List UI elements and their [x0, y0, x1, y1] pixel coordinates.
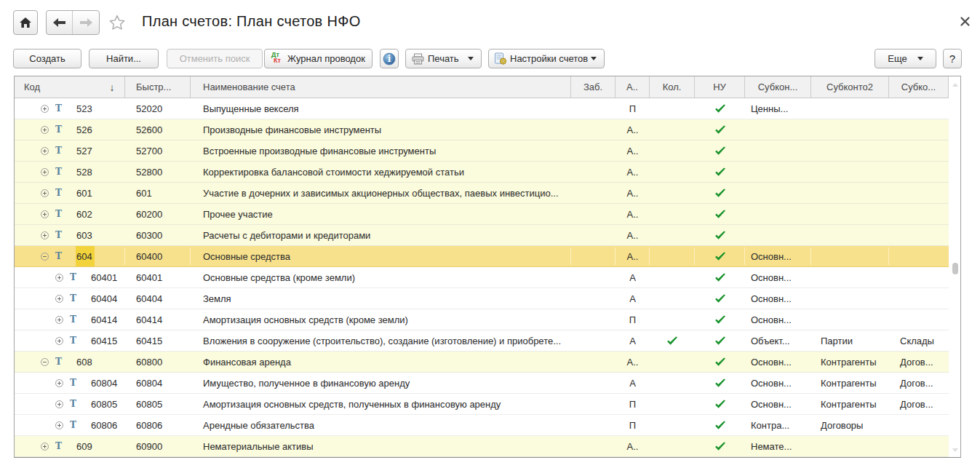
- expand-node-icon[interactable]: [41, 126, 49, 134]
- table-row-604[interactable]: Т60460400Основные средстваА..Основн...: [15, 246, 949, 267]
- accounts-table: КодБыстр...Наименование счетаЗаб.А..Кол.…: [14, 76, 961, 458]
- scroll-up-arrow-icon[interactable]: [952, 83, 958, 87]
- cell-subconto2-text: Контрагенты: [821, 357, 877, 368]
- expand-node-icon[interactable]: [55, 379, 63, 387]
- account-type-icon: Т: [55, 210, 63, 218]
- table-row-60404[interactable]: Т6040460404ЗемляАОсновн...: [15, 288, 949, 309]
- expand-node-icon[interactable]: [41, 189, 49, 197]
- expand-node-icon[interactable]: [55, 421, 63, 429]
- expand-node-icon[interactable]: [41, 443, 49, 451]
- close-icon[interactable]: [959, 15, 971, 28]
- cell-account-kind-text: П: [629, 420, 636, 431]
- cell-quick-select: 60401: [125, 267, 191, 287]
- account-code: 603: [76, 230, 92, 241]
- back-button[interactable]: [47, 11, 73, 34]
- expand-node-icon[interactable]: [55, 295, 63, 303]
- account-type-icon: Т: [69, 315, 77, 324]
- info-button[interactable]: i: [380, 49, 399, 68]
- table-row-523[interactable]: Т52352020Выпущенные векселяПЦенны...: [15, 98, 949, 119]
- cell-account-name-text: Амортизация основных средств, полученных…: [203, 399, 501, 410]
- table-row-60414[interactable]: Т6041460414Амортизация основных средств …: [15, 309, 949, 330]
- home-button[interactable]: [13, 10, 38, 35]
- table-row-60804[interactable]: Т6080460804Имущество, полученное в финан…: [15, 373, 949, 394]
- column-header-7[interactable]: НУ: [695, 76, 745, 98]
- table-row-608[interactable]: Т60860800Финансовая арендаА..Основн...Ко…: [15, 352, 949, 373]
- cell-quick-select: 60805: [125, 394, 191, 414]
- table-row-526[interactable]: Т52652600Производные финансовые инструме…: [15, 119, 949, 140]
- cell-account-kind: П: [616, 394, 650, 414]
- table-row-528[interactable]: Т52852800Корректировка балансовой стоимо…: [15, 162, 949, 183]
- cell-account-kind: А..: [616, 204, 650, 224]
- vertical-scrollbar[interactable]: [949, 76, 960, 457]
- checkmark-icon: [714, 442, 726, 451]
- find-button[interactable]: Найти...: [89, 49, 159, 68]
- cell-subconto2: [811, 98, 889, 119]
- table-row-609[interactable]: Т60960900Нематериальные активыА..Немате.…: [15, 436, 949, 457]
- cell-quick-select: 52020: [125, 98, 191, 119]
- cancel-search-button[interactable]: Отменить поиск: [167, 49, 263, 68]
- table-row-602[interactable]: Т60260200Прочее участиеА..: [15, 204, 949, 225]
- cell-subconto3: [889, 204, 949, 224]
- column-header-2[interactable]: Быстр...: [125, 76, 191, 98]
- help-button[interactable]: ?: [943, 49, 962, 68]
- expand-node-icon[interactable]: [55, 400, 63, 408]
- cell-account-name-text: Расчеты с дебиторами и кредиторами: [203, 230, 370, 241]
- cell-subconto1-text: Ценны...: [751, 103, 788, 114]
- cell-account-kind: А..: [616, 225, 650, 245]
- column-header-9[interactable]: Субконто2: [811, 76, 889, 98]
- column-header-3[interactable]: Наименование счета: [191, 76, 571, 98]
- table-row-603[interactable]: Т60360300Расчеты с дебиторами и кредитор…: [15, 225, 949, 246]
- cell-subconto1-text: Основн...: [751, 399, 792, 410]
- expand-node-icon[interactable]: [41, 147, 49, 155]
- expand-node-icon[interactable]: [41, 210, 49, 218]
- table-row-60415[interactable]: Т6041560415Вложения в сооружение (строит…: [15, 330, 949, 352]
- print-dropdown-caret[interactable]: [468, 57, 474, 60]
- cell-off-balance: [571, 373, 616, 393]
- account-settings-button[interactable]: Настройки счетов: [488, 49, 605, 68]
- account-code: 60414: [91, 314, 117, 325]
- expand-node-icon[interactable]: [55, 316, 63, 324]
- table-row-60806[interactable]: Т6080660806Арендные обязательстваПКонтра…: [15, 415, 949, 436]
- column-header-label: Код: [24, 82, 40, 92]
- cell-quick-select-text: 52600: [136, 124, 162, 135]
- cell-off-balance: [571, 162, 616, 182]
- cell-subconto3: Догов...: [889, 394, 949, 414]
- home-icon: [19, 17, 32, 28]
- account-type-icon: Т: [69, 378, 77, 387]
- cell-off-balance: [571, 225, 616, 245]
- table-row-601[interactable]: Т601601Участие в дочерних и зависимых ак…: [15, 183, 949, 204]
- expand-node-icon[interactable]: [55, 274, 63, 282]
- column-header-10[interactable]: Субко...: [889, 76, 949, 98]
- column-header-4[interactable]: Заб.: [571, 76, 616, 98]
- cell-quick-select-text: 60300: [136, 230, 162, 241]
- expand-node-icon[interactable]: [41, 168, 49, 176]
- favorite-star-icon[interactable]: [108, 14, 126, 31]
- scrollbar-thumb[interactable]: [952, 263, 958, 274]
- print-button[interactable]: Печать: [405, 49, 482, 68]
- expand-node-icon[interactable]: [41, 231, 49, 239]
- more-button[interactable]: Еще: [875, 49, 936, 68]
- cell-subconto1: Основн...: [745, 309, 811, 330]
- checkmark-icon: [714, 294, 726, 304]
- cell-subconto2: [811, 267, 889, 287]
- account-settings-dropdown-caret[interactable]: [591, 57, 597, 60]
- collapse-node-icon[interactable]: [41, 358, 49, 366]
- table-row-60805[interactable]: Т6080560805Амортизация основных средств,…: [15, 394, 949, 415]
- create-button[interactable]: Создать: [13, 49, 81, 68]
- cell-account-kind-text: А..: [627, 251, 639, 262]
- column-header-5[interactable]: А..: [616, 76, 650, 98]
- column-header-8[interactable]: Субкон...: [745, 76, 811, 98]
- cell-account-name-text: Встроенные производные финансовые инстру…: [203, 146, 436, 156]
- expand-node-icon[interactable]: [41, 105, 49, 113]
- checkmark-icon: [714, 146, 726, 156]
- journal-button[interactable]: Дт Кт Журнал проводок: [264, 49, 373, 68]
- table-row-527[interactable]: Т52752700Встроенные производные финансов…: [15, 140, 949, 162]
- checkmark-icon: [714, 421, 726, 430]
- column-header-6[interactable]: Кол.: [650, 76, 695, 98]
- scroll-down-arrow-icon[interactable]: [952, 448, 958, 452]
- expand-node-icon[interactable]: [55, 337, 63, 345]
- help-button-label: ?: [949, 52, 955, 65]
- collapse-node-icon[interactable]: [41, 253, 49, 261]
- forward-button[interactable]: [73, 11, 99, 34]
- table-row-60401[interactable]: Т6040160401Основные средства (кроме земл…: [15, 267, 949, 288]
